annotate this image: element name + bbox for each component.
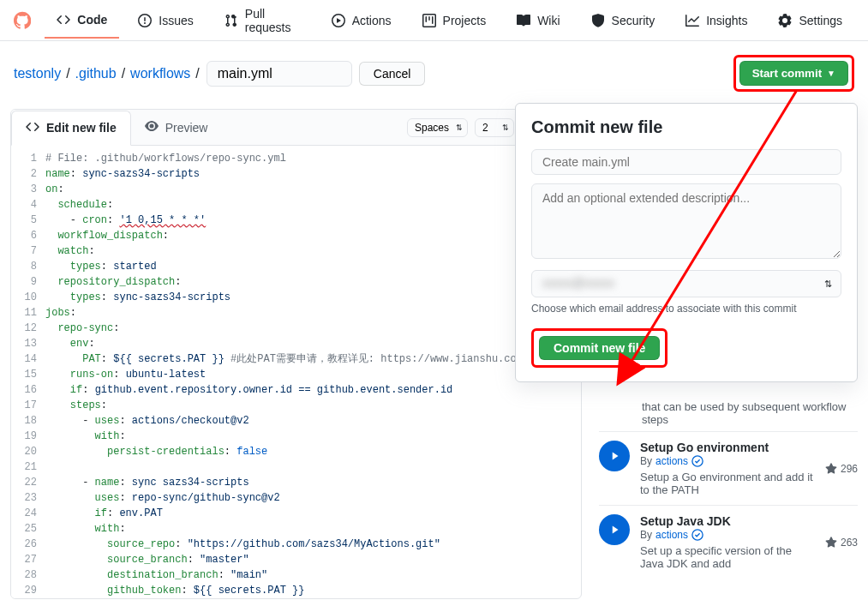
code-icon [26,120,39,136]
line-numbers: 1234567891011121314151617181920212223242… [11,151,45,598]
tab-pulls[interactable]: Pull requests [213,0,313,45]
pull-request-icon [224,14,238,27]
commit-email-select[interactable]: xxxxx@xxxxx [531,270,841,297]
book-icon [517,14,530,27]
eye-icon [145,119,159,135]
play-circle-icon [599,441,630,471]
marketplace-item-desc: Setup a Go environment and add it to the… [640,471,815,496]
play-icon [332,14,345,27]
email-helper-text: Choose which email address to associate … [531,303,841,315]
tab-label: Security [612,14,655,27]
start-commit-label: Start commit [752,67,822,80]
tab-preview[interactable]: Preview [131,111,222,144]
shield-icon [591,14,605,27]
commit-new-file-button[interactable]: Commit new file [539,336,660,360]
tab-label: Projects [443,14,487,27]
tab-settings[interactable]: Settings [766,3,854,38]
popover-title: Commit new file [531,117,841,137]
tab-projects[interactable]: Projects [410,3,499,38]
code-icon [57,13,70,27]
repo-tabs: Code Issues Pull requests Actions Projec… [0,0,868,41]
marketplace-item-desc-continued: that can be used by subsequent workflow … [599,400,858,431]
commit-new-file-popover: Commit new file xxxxx@xxxxx Choose which… [515,103,858,382]
cancel-button[interactable]: Cancel [359,62,426,86]
commit-description-textarea[interactable] [531,183,841,259]
verified-icon [691,529,703,541]
tab-insights[interactable]: Insights [673,3,759,38]
marketplace-item-desc: Set up a specific version of the Java JD… [640,544,815,570]
issue-icon [138,14,152,27]
breadcrumb-repo[interactable]: testonly [14,66,61,81]
marketplace-item-stars[interactable]: 263 [825,514,858,570]
commit-button-highlight: Commit new file [531,328,667,368]
tab-label: Insights [706,14,747,27]
tab-label: Issues [159,14,193,27]
graph-icon [685,14,699,27]
tab-label: Preview [165,121,208,135]
marketplace-item-stars[interactable]: 296 [825,441,858,496]
marketplace-item-title: Setup Java JDK [640,514,815,528]
star-icon [825,537,837,549]
indent-mode-select[interactable]: Spaces [407,118,468,137]
marketplace-item-author: By actions [640,455,815,467]
breadcrumb-dir2[interactable]: workflows [130,66,190,81]
marketplace-item-author: By actions [640,529,815,541]
tab-issues[interactable]: Issues [126,3,205,38]
tab-label: Edit new file [46,121,117,135]
marketplace-item[interactable]: Setup Java JDK By actions Set up a speci… [599,505,858,579]
breadcrumb-dir1[interactable]: .github [75,66,117,81]
editor-tabs: Edit new file Preview Spaces 2 No wr [11,110,581,146]
breadcrumb: testonly / .github / workflows / [14,66,200,81]
tab-label: Wiki [537,14,560,27]
marketplace-item[interactable]: Setup Go environment By actions Setup a … [599,431,858,505]
tab-actions[interactable]: Actions [320,3,404,38]
tab-security[interactable]: Security [579,3,667,38]
editor: Edit new file Preview Spaces 2 No wr 123… [10,109,582,599]
tab-code[interactable]: Code [45,3,119,39]
filename-input[interactable] [207,61,352,87]
breadcrumb-row: testonly / .github / workflows / Cancel … [0,41,868,109]
tab-label: Settings [799,14,842,27]
star-icon [825,463,837,475]
project-icon [422,14,436,27]
marketplace-item-title: Setup Go environment [640,441,815,454]
commit-message-input[interactable] [531,149,841,175]
play-circle-icon [599,514,630,545]
chevron-down-icon: ▼ [827,69,835,78]
code-content[interactable]: # File: .github/workflows/repo-sync.ymln… [45,151,581,598]
start-commit-highlight: Start commit ▼ [733,55,854,92]
tab-label: Code [77,13,107,27]
tab-edit-file[interactable]: Edit new file [11,111,131,146]
tab-wiki[interactable]: Wiki [505,3,572,38]
github-logo-icon [14,10,31,31]
tab-label: Actions [352,14,392,27]
start-commit-button[interactable]: Start commit ▼ [739,61,848,86]
indent-size-select[interactable]: 2 [475,118,514,137]
tab-label: Pull requests [245,7,301,34]
verified-icon [691,455,703,467]
gear-icon [778,14,792,27]
code-editor[interactable]: 1234567891011121314151617181920212223242… [11,146,581,598]
